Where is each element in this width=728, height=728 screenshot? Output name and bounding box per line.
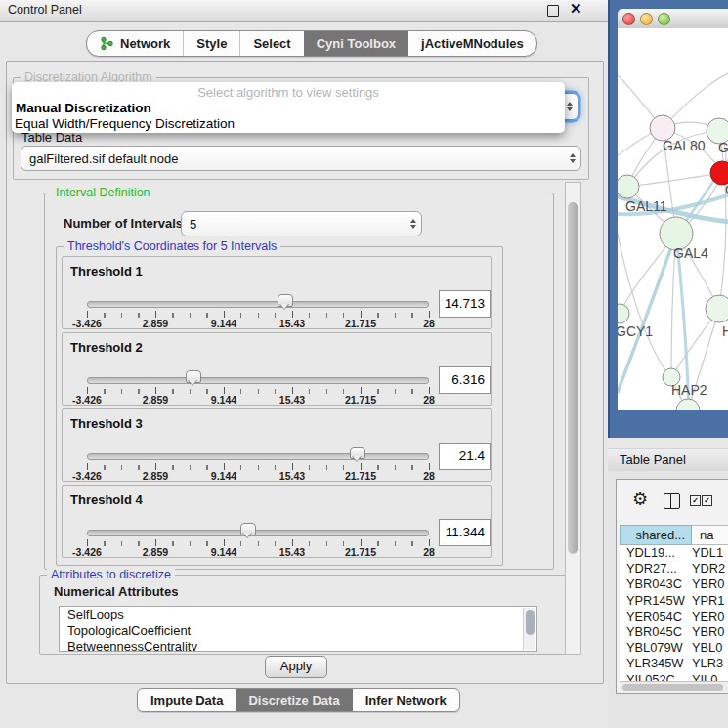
table-row[interactable]: YDR27...YDR2 [620, 561, 728, 577]
node-gcy1[interactable] [618, 304, 629, 323]
checkbox-icon[interactable]: ✓ [690, 495, 701, 506]
list-item[interactable]: BetweennessCentrality [60, 639, 536, 652]
tab-infer-network[interactable]: Infer Network [353, 689, 459, 711]
checkbox-icon[interactable]: ✓ [702, 495, 712, 506]
threshold-4-panel: Threshold 4 -3.4262.8599.14415.4321.7152… [62, 485, 492, 558]
tab-network[interactable]: Network [87, 31, 183, 56]
popup-option-manual-discretization[interactable]: Manual Discretization [16, 101, 151, 115]
node-label-gcy1: GCY1 [618, 323, 653, 339]
table-row[interactable]: YLR345WYLR3 [620, 656, 728, 671]
panel-scrollbar[interactable] [565, 182, 581, 655]
scrollbar-thumb[interactable] [622, 684, 723, 691]
threshold-2-label: Threshold 2 [70, 340, 143, 355]
threshold-2-panel: Threshold 2 -3.4262.8599.14415.4321.7152… [62, 332, 492, 406]
float-window-icon[interactable] [547, 5, 559, 17]
table-row[interactable]: YDL19...YDL1 [620, 545, 728, 561]
columns-icon[interactable] [664, 493, 680, 509]
control-panel-titlebar: Control Panel ✕ [0, 0, 608, 22]
close-traffic-light-icon[interactable] [622, 13, 635, 25]
tab-cyni-toolbox[interactable]: Cyni Toolbox [304, 31, 408, 56]
tab-impute-data[interactable]: Impute Data [138, 689, 236, 711]
threshold-1-value-field[interactable]: 14.713 [439, 290, 491, 318]
table-data-combo[interactable]: galFiltered.sif default node [21, 146, 581, 171]
apply-button[interactable]: Apply [265, 656, 327, 678]
popup-option-equal-width[interactable]: Equal Width/Frequency Discretization [15, 116, 235, 131]
table-panel-background: ⚙ ✓ ✓ shared... na YDL19...YDL1 YDR27...… [608, 471, 728, 728]
column-header-name[interactable]: na [692, 525, 728, 545]
table-window: ⚙ ✓ ✓ shared... na YDL19...YDL1 YDR27...… [616, 479, 728, 694]
slider-thumb[interactable] [240, 523, 256, 535]
table-row[interactable]: YER054CYER0 [620, 609, 728, 624]
tab-select[interactable]: Select [239, 31, 303, 56]
combo-stepper-icon [565, 153, 580, 163]
network-graph: GAL80 GA C GAL11 GAL4 GCY1 H HAP2 [618, 28, 728, 410]
algorithm-dropdown-popup: Select algorithm to view settings Manual… [12, 82, 565, 133]
table-header-row: shared... na [620, 525, 728, 545]
node-label-gal4: GAL4 [673, 245, 708, 261]
number-of-intervals-value: 5 [182, 217, 406, 232]
table-panel-title: Table Panel [620, 452, 686, 467]
list-item[interactable]: TopologicalCoefficient [60, 623, 536, 640]
table-horizontal-scrollbar[interactable] [620, 681, 728, 692]
table-data-value: galFiltered.sif default node [21, 151, 565, 166]
table-row[interactable]: YBR045CYBR0 [620, 624, 728, 640]
threshold-4-label: Threshold 4 [70, 492, 143, 507]
scrollbar-thumb[interactable] [568, 202, 578, 554]
number-of-intervals-label: Number of Intervals [64, 216, 183, 231]
table-panel-titlebar: Table Panel [608, 448, 728, 473]
threshold-3-label: Threshold 3 [70, 416, 143, 431]
threshold-2-value-field[interactable]: 6.316 [439, 366, 491, 394]
combo-stepper-icon [406, 219, 421, 229]
threshold-4-slider[interactable] [87, 527, 429, 540]
bottom-tab-bar: Impute Data Discretize Data Infer Networ… [137, 688, 460, 712]
number-of-intervals-combo[interactable]: 5 [181, 211, 422, 236]
table-body: YDL19...YDL1 YDR27...YDR2 YBR043CYBR0 YP… [620, 545, 728, 684]
threshold-4-value-field[interactable]: 11.344 [439, 519, 491, 546]
table-row[interactable]: YPR145WYPR1 [620, 593, 728, 609]
threshold-1-label: Threshold 1 [70, 264, 143, 278]
slider-thumb[interactable] [278, 294, 293, 307]
network-window-titlebar[interactable] [618, 9, 728, 29]
popup-hint: Select algorithm to view settings [12, 85, 565, 100]
close-icon[interactable]: ✕ [570, 0, 582, 18]
minimize-traffic-light-icon[interactable] [640, 13, 653, 25]
gear-icon[interactable]: ⚙ [632, 491, 648, 508]
threshold-3-slider[interactable] [87, 450, 429, 464]
tab-style[interactable]: Style [183, 31, 239, 56]
threshold-2-slider[interactable] [87, 374, 429, 388]
list-item[interactable]: SelfLoops [60, 607, 536, 623]
tab-discretize-data[interactable]: Discretize Data [236, 689, 352, 711]
node-label-hap2: HAP2 [671, 382, 707, 398]
numerical-attributes-list: SelfLoops TopologicalCoefficient Between… [59, 606, 537, 652]
network-icon [100, 36, 114, 51]
node-right-mid[interactable] [706, 295, 728, 322]
top-tab-bar: Network Style Select Cyni Toolbox jActiv… [86, 30, 537, 57]
thresholds-title: Threshold's Coordinates for 5 Intervals [64, 239, 280, 253]
interval-definition-title: Interval Definition [52, 186, 154, 199]
threshold-1-slider[interactable] [87, 298, 429, 312]
zoom-traffic-light-icon[interactable] [658, 13, 670, 25]
screen: Control Panel ✕ Network Style Select Cyn… [0, 0, 728, 728]
panel-title: Control Panel [8, 3, 82, 17]
node-label-gal11: GAL11 [625, 198, 667, 214]
slider-thumb[interactable] [350, 447, 365, 459]
table-row[interactable]: YBR043CYBR0 [620, 577, 728, 592]
tab-network-label: Network [120, 36, 170, 51]
table-row[interactable]: YBL079WYBL0 [620, 640, 728, 656]
threshold-3-panel: Threshold 3 -3.4262.8599.14415.4321.7152… [62, 408, 492, 482]
tab-jactivemnodules[interactable]: jActiveMNodules [408, 31, 536, 56]
list-scrollbar[interactable] [523, 608, 535, 650]
node-label-gal80: GAL80 [663, 138, 706, 153]
threshold-1-panel: Threshold 1 -3.4262.8599.14415.4321.7152… [62, 256, 492, 329]
node-bottom[interactable] [676, 399, 700, 410]
network-window-frame: GAL80 GA C GAL11 GAL4 GCY1 H HAP2 [608, 0, 728, 438]
network-canvas[interactable]: GAL80 GA C GAL11 GAL4 GCY1 H HAP2 [618, 28, 728, 410]
numerical-attributes-label: Numerical Attributes [54, 584, 178, 599]
node-label-partial-h: H [722, 323, 728, 339]
attributes-title: Attributes to discretize [47, 568, 175, 581]
slider-thumb[interactable] [186, 370, 201, 383]
threshold-3-value-field[interactable]: 21.4 [439, 443, 491, 470]
node-gal11[interactable] [618, 175, 639, 198]
node-label-partial-ga: GA [718, 140, 728, 155]
column-header-shared-name[interactable]: shared... [620, 525, 692, 545]
